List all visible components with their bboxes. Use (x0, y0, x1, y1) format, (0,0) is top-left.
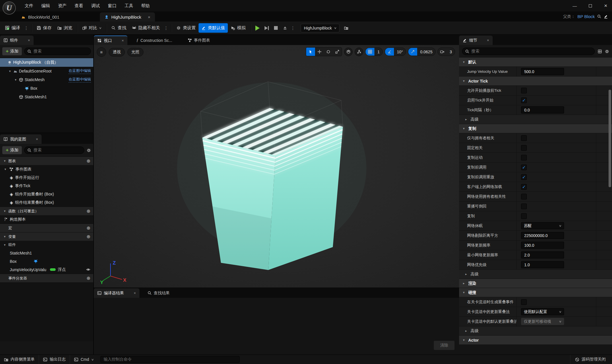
blueprint-item-[interactable]: ▾事件图表 (0, 165, 93, 173)
tree-row-DefaultSceneRoot[interactable]: ▾DefaultSceneRoot在蓝图中编辑 (0, 67, 93, 75)
menu-item-调试[interactable]: 调试 (87, 0, 104, 11)
compile-button[interactable]: 编译 (2, 23, 23, 33)
blueprint-item-StaticMesh1[interactable]: StaticMesh1 (0, 249, 93, 257)
viewport-3d[interactable]: ≡ 透视 光照 1 (94, 45, 459, 287)
caret-down-icon[interactable]: ▾ (462, 338, 466, 342)
event-graph-tab[interactable]: 事件图表 (184, 36, 214, 45)
checkbox[interactable] (521, 155, 527, 161)
checkbox[interactable] (521, 299, 527, 305)
checkbox[interactable] (521, 135, 527, 141)
menu-item-帮助[interactable]: 帮助 (137, 0, 154, 11)
checkbox[interactable]: ✓ (521, 174, 527, 180)
menu-item-工具[interactable]: 工具 (121, 0, 137, 11)
diff-button[interactable]: 对比∨ (79, 23, 104, 33)
tab-close-icon[interactable]: × (148, 15, 150, 19)
my-blueprint-tab[interactable]: 我的蓝图 × (0, 134, 42, 144)
parent-class-link[interactable]: BP Block (577, 14, 595, 19)
tree-row-StaticMesh[interactable]: ▾StaticMesh在蓝图中编辑 (0, 75, 93, 84)
stop-button[interactable] (271, 24, 280, 32)
my-blueprint-close-icon[interactable]: × (36, 137, 38, 141)
details-settings-icon[interactable] (605, 49, 609, 54)
details-section-Actor Tick[interactable]: ▾Actor Tick (459, 77, 612, 86)
section-函数（21可覆盖）[interactable]: ▾函数（21可覆盖）⊕ (0, 207, 93, 215)
simulate-button[interactable]: 模拟 (228, 23, 248, 33)
angle-snap-value[interactable]: 10° (394, 48, 406, 56)
output-log-button[interactable]: 输出日志 (39, 355, 70, 364)
minimize-icon[interactable]: — (571, 3, 578, 8)
select-tool-button[interactable] (306, 48, 315, 56)
viewport-tab[interactable]: 视口 × (94, 36, 127, 45)
console-command-input[interactable]: 输入控制台命令 (100, 356, 240, 363)
perspective-button[interactable]: 透视 (109, 48, 125, 56)
eye-icon[interactable] (86, 267, 90, 272)
details-section-复制[interactable]: ▾复制 (459, 124, 612, 133)
caret-right-icon[interactable]: ▸ (464, 329, 468, 333)
section-宏[interactable]: 宏⊕ (0, 224, 93, 232)
scale-tool-button[interactable] (333, 48, 342, 56)
caret-down-icon[interactable]: ▾ (8, 69, 12, 73)
grid-snap-icon[interactable] (366, 48, 374, 56)
blueprint-item-Box[interactable]: Box (0, 257, 93, 265)
search-parent-icon[interactable] (597, 14, 601, 19)
value-input[interactable]: 225000000.0 (521, 232, 564, 239)
components-tab[interactable]: 组件 × (0, 36, 34, 45)
add-blueprint-item-button[interactable]: + 添加 (2, 146, 22, 154)
debug-object-dropdown[interactable]: HighJumpBlock∨ (301, 24, 339, 32)
maximize-icon[interactable] (587, 3, 594, 8)
menu-item-查看[interactable]: 查看 (71, 0, 87, 11)
play-button[interactable] (253, 24, 262, 32)
value-input[interactable]: 500.0 (521, 68, 564, 75)
caret-down-icon[interactable]: ▾ (462, 127, 466, 130)
checkbox[interactable]: ✓ (521, 97, 527, 103)
tree-row-Box[interactable]: Box (0, 84, 93, 93)
checkbox[interactable] (521, 194, 527, 199)
blueprint-item-Tick[interactable]: ◈事件Tick (0, 182, 93, 190)
checkbox[interactable] (521, 203, 527, 209)
tree-row-HighJumpBlock[interactable]: HighJumpBlock （自我） (0, 58, 93, 67)
blueprint-item-[interactable]: ◈事件开始运行 (0, 173, 93, 182)
viewport-close-icon[interactable]: × (122, 38, 124, 43)
edit-in-blueprint-link[interactable]: 在蓝图中编辑 (69, 68, 91, 74)
my-blueprint-search-input[interactable]: 搜索 (24, 146, 84, 154)
scale-snap-value[interactable]: 0.0625 (417, 48, 435, 56)
details-scrollbar[interactable] (609, 90, 611, 187)
move-tool-button[interactable] (315, 48, 324, 56)
details-section-碰撞[interactable]: ▾碰撞 (459, 288, 612, 297)
compiler-results-tab[interactable]: 编译器结果 × (94, 288, 139, 298)
section-图表[interactable]: ▾图表⊕ (0, 156, 93, 165)
camera-speed-value[interactable]: 3 (447, 48, 455, 56)
circle-plus-icon[interactable]: ⊕ (87, 225, 90, 231)
gear-icon[interactable] (87, 148, 91, 152)
value-input[interactable]: 100.0 (521, 242, 564, 249)
details-section-渲染[interactable]: ▸渲染 (459, 279, 612, 288)
world-coordinate-icon[interactable] (344, 48, 353, 56)
details-section-Actor[interactable]: ▾Actor (459, 336, 612, 345)
find-results-tab[interactable]: 查找结果 (143, 288, 174, 298)
value-input[interactable]: 0.0 (521, 106, 564, 113)
edit-in-blueprint-link[interactable]: 在蓝图中编辑 (69, 77, 91, 83)
tab-level[interactable]: BlockWorld_001 (17, 12, 64, 21)
circle-plus-icon[interactable]: ⊕ (87, 208, 90, 214)
compile-options-icon[interactable]: ⋮ (23, 26, 30, 31)
caret-down-icon[interactable]: ▾ (462, 291, 466, 294)
caret-right-icon[interactable]: ▸ (462, 281, 466, 285)
edit-parent-icon[interactable] (604, 14, 608, 19)
menu-item-窗口[interactable]: 窗口 (104, 0, 121, 11)
scale-snap-control[interactable]: 0.0625 (408, 48, 436, 56)
section-事件分发器[interactable]: 事件分发器⊕ (0, 274, 93, 282)
details-advanced-高级[interactable]: ▸高级 (459, 115, 612, 124)
caret-right-icon[interactable]: ▸ (464, 272, 468, 276)
eject-button[interactable] (281, 24, 289, 32)
components-close-icon[interactable]: × (28, 38, 30, 42)
checkbox[interactable]: ✓ (521, 184, 527, 190)
scale-snap-icon[interactable] (408, 48, 417, 56)
value-input[interactable]: 2.0 (521, 251, 564, 259)
camera-icon[interactable] (438, 48, 447, 56)
viewport-menu-icon[interactable]: ≡ (97, 47, 106, 57)
caret-down-icon[interactable]: ▾ (462, 79, 466, 83)
add-component-button[interactable]: + 添加 (2, 47, 22, 55)
menu-item-编辑[interactable]: 编辑 (37, 0, 54, 11)
value-input[interactable]: 1.0 (521, 261, 564, 268)
tree-row-StaticMesh1[interactable]: StaticMesh1 (0, 93, 93, 101)
content-drawer-button[interactable]: 内容侧滑菜单 (0, 355, 39, 364)
